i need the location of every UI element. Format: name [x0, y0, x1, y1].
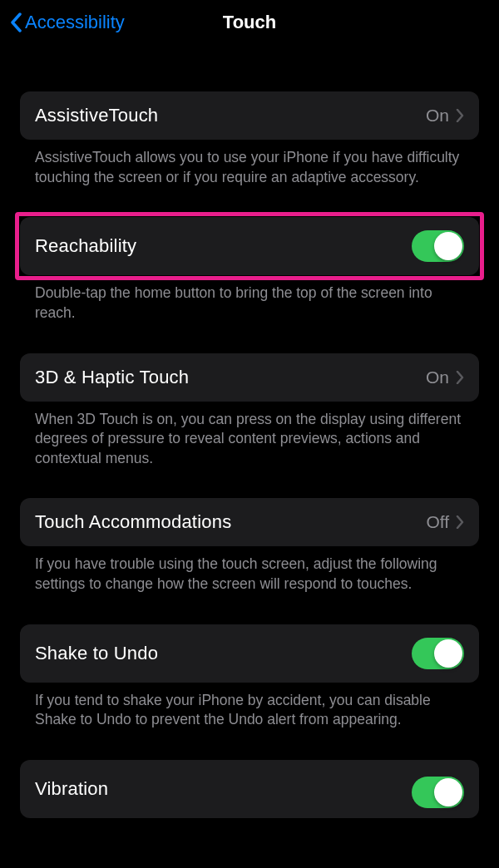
row-vibration[interactable]: Vibration: [20, 760, 479, 818]
toggle-reachability[interactable]: [412, 230, 464, 262]
section-haptic: 3D & Haptic Touch On When 3D Touch is on…: [20, 353, 479, 469]
row-value: On: [426, 367, 449, 387]
section-vibration: Vibration: [20, 760, 479, 818]
row-right: Off: [426, 512, 464, 532]
toggle-knob: [434, 639, 462, 668]
footer-haptic: When 3D Touch is on, you can press on th…: [20, 402, 479, 469]
back-button[interactable]: Accessibility: [10, 12, 125, 33]
footer-assistive-touch: AssistiveTouch allows you to use your iP…: [20, 140, 479, 187]
row-assistive-touch[interactable]: AssistiveTouch On: [20, 91, 479, 140]
row-right: On: [426, 367, 464, 387]
row-haptic[interactable]: 3D & Haptic Touch On: [20, 353, 479, 402]
chevron-right-icon: [456, 371, 464, 384]
chevron-right-icon: [456, 515, 464, 529]
row-accommodations[interactable]: Touch Accommodations Off: [20, 498, 479, 546]
section-reachability: Reachability Double-tap the home button …: [20, 217, 479, 323]
row-label: Touch Accommodations: [35, 511, 231, 533]
footer-shake: If you tend to shake your iPhone by acci…: [20, 683, 479, 730]
footer-accommodations: If you have trouble using the touch scre…: [20, 546, 479, 594]
row-label: Vibration: [35, 778, 108, 800]
back-label: Accessibility: [25, 12, 125, 33]
section-accommodations: Touch Accommodations Off If you have tro…: [20, 498, 479, 594]
section-shake: Shake to Undo If you tend to shake your …: [20, 624, 479, 730]
row-label: Reachability: [35, 235, 136, 257]
row-label: 3D & Haptic Touch: [35, 367, 189, 388]
chevron-left-icon: [10, 12, 22, 32]
page-title: Touch: [223, 12, 276, 33]
row-label: AssistiveTouch: [35, 105, 158, 126]
row-label: Shake to Undo: [35, 643, 158, 664]
row-value: On: [426, 106, 449, 126]
row-value: Off: [426, 512, 449, 532]
toggle-shake[interactable]: [412, 638, 464, 669]
nav-header: Accessibility Touch: [0, 0, 499, 48]
chevron-right-icon: [456, 109, 464, 122]
toggle-vibration[interactable]: [412, 777, 464, 808]
highlight-reachability: Reachability: [20, 217, 479, 275]
row-reachability[interactable]: Reachability: [20, 217, 479, 275]
footer-reachability: Double-tap the home button to bring the …: [20, 275, 479, 323]
row-right: On: [426, 106, 464, 126]
content: AssistiveTouch On AssistiveTouch allows …: [0, 48, 499, 818]
section-assistive-touch: AssistiveTouch On AssistiveTouch allows …: [20, 91, 479, 187]
toggle-knob: [434, 232, 462, 260]
toggle-knob: [434, 778, 462, 806]
row-shake[interactable]: Shake to Undo: [20, 624, 479, 683]
